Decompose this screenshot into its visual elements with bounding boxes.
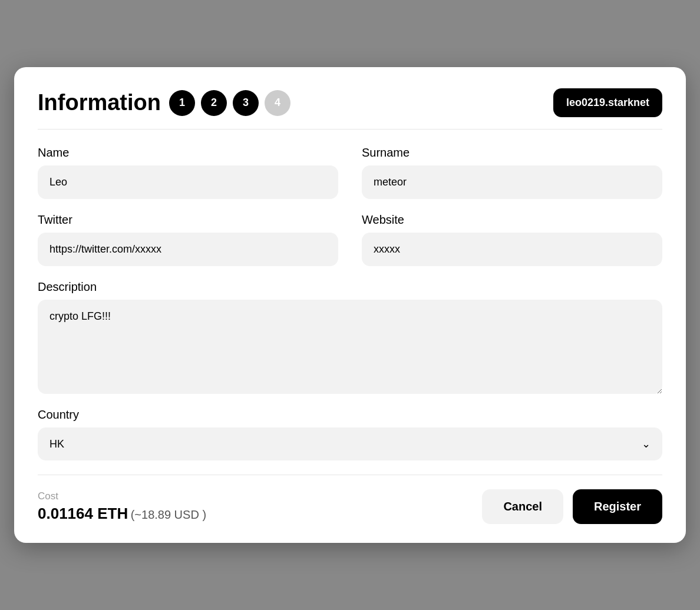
description-label: Description <box>38 280 662 294</box>
website-label: Website <box>362 213 662 227</box>
name-group: Name <box>38 146 338 199</box>
page-title: Information <box>38 90 161 115</box>
step-2-badge: 2 <box>201 90 227 116</box>
cost-eth: 0.01164 ETH <box>38 505 128 522</box>
step-4-badge: 4 <box>265 90 290 116</box>
twitter-label: Twitter <box>38 213 338 227</box>
country-group: Country HK US CN JP UK ⌄ <box>38 408 662 460</box>
surname-label: Surname <box>362 146 662 160</box>
wallet-badge: leo0219.starknet <box>553 88 662 117</box>
cancel-button[interactable]: Cancel <box>482 489 563 524</box>
modal-header: Information 1 2 3 4 leo0219.starknet <box>38 88 662 130</box>
name-label: Name <box>38 146 338 160</box>
cost-usd: (~18.89 USD ) <box>131 508 206 521</box>
cost-section: Cost 0.01164 ETH (~18.89 USD ) <box>38 490 206 523</box>
country-select-wrapper: HK US CN JP UK ⌄ <box>38 427 662 460</box>
surname-input[interactable] <box>362 165 662 199</box>
register-button[interactable]: Register <box>573 489 662 524</box>
footer-buttons: Cancel Register <box>482 489 662 524</box>
surname-group: Surname <box>362 146 662 199</box>
step-1-badge: 1 <box>169 90 195 116</box>
modal-footer: Cost 0.01164 ETH (~18.89 USD ) Cancel Re… <box>38 475 662 524</box>
twitter-group: Twitter <box>38 213 338 266</box>
website-input[interactable] <box>362 233 662 266</box>
cost-label: Cost <box>38 490 206 502</box>
website-group: Website <box>362 213 662 266</box>
country-label: Country <box>38 408 662 422</box>
information-modal: Information 1 2 3 4 leo0219.starknet N <box>14 67 686 543</box>
description-group: Description crypto LFG!!! <box>38 280 662 394</box>
form-grid: Name Surname Twitter Website Description… <box>38 146 662 460</box>
twitter-input[interactable] <box>38 233 338 266</box>
header-left: Information 1 2 3 4 <box>38 90 290 116</box>
step-3-badge: 3 <box>233 90 259 116</box>
cost-amount: 0.01164 ETH (~18.89 USD ) <box>38 505 206 523</box>
country-select[interactable]: HK US CN JP UK <box>38 427 662 460</box>
steps-indicator: 1 2 3 4 <box>169 90 290 116</box>
description-textarea[interactable]: crypto LFG!!! <box>38 300 662 394</box>
name-input[interactable] <box>38 165 338 199</box>
